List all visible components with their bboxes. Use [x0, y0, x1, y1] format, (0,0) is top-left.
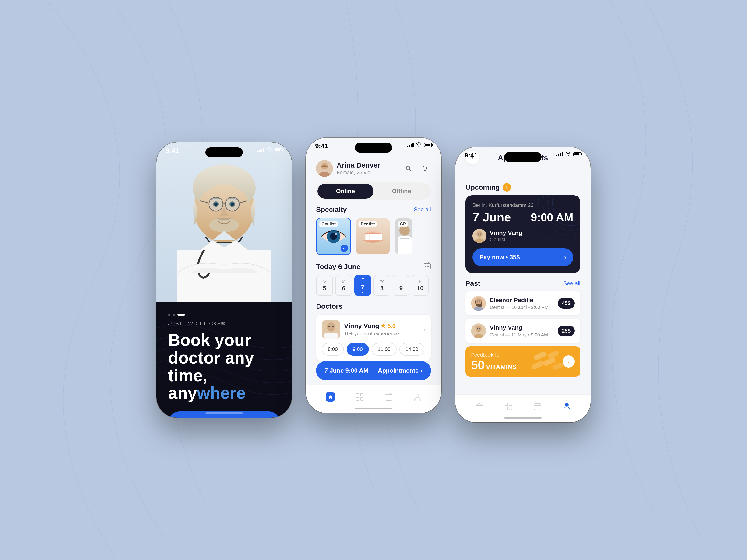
svg-rect-82 — [505, 403, 508, 405]
time-slots: 8:00 9:00 11:00 14:00 — [322, 343, 425, 355]
day-item-t7-active[interactable]: T 7 — [354, 275, 371, 296]
doctor-arrow[interactable]: › — [423, 326, 425, 333]
specialty-card-oculist[interactable]: Oculist ✓ — [316, 218, 351, 255]
svg-point-41 — [328, 326, 330, 327]
time-slot-800[interactable]: 8:00 — [322, 343, 344, 355]
doctors-section: Vinny Vang ★ 5.0 10+ years of experience… — [306, 315, 441, 361]
day-letter: M — [342, 279, 345, 284]
doctor-card-header: Vinny Vang ★ 5.0 10+ years of experience… — [322, 320, 425, 339]
vitamin-arrow-button[interactable]: › — [563, 355, 575, 368]
svg-rect-35 — [425, 266, 426, 267]
specialty-header: Specialty See all — [306, 206, 441, 213]
svg-point-10 — [214, 203, 217, 206]
day-item-f10[interactable]: F 10 — [412, 275, 429, 296]
signal-bar — [257, 151, 259, 152]
doctor-name-vinny: Vinny Vang ★ 5.0 — [344, 322, 423, 330]
svg-rect-26 — [365, 234, 369, 240]
book-arrow: › — [420, 367, 422, 374]
status-time-2: 9:41 — [315, 142, 328, 150]
battery-tip-1 — [282, 149, 283, 151]
home-indicator-2 — [355, 408, 392, 409]
svg-point-70 — [477, 328, 478, 329]
day-item-t9[interactable]: T 9 — [393, 275, 409, 296]
day-item-w8[interactable]: W 8 — [374, 275, 390, 296]
home-indicator-1 — [205, 412, 243, 414]
svg-rect-76 — [531, 360, 545, 370]
nav-grid-3[interactable] — [505, 402, 512, 410]
svg-rect-32 — [397, 236, 412, 255]
day-number: 5 — [323, 285, 326, 292]
day-letter: T — [362, 278, 364, 283]
appointments-label: Appointments — [378, 367, 419, 374]
day-item-s5[interactable]: S 5 — [316, 275, 333, 296]
doctors-title: Doctors — [316, 302, 342, 310]
user-subtitle: Female, 25 y.o — [337, 170, 403, 176]
battery-icon-1 — [275, 148, 282, 152]
notification-icon-button[interactable] — [419, 162, 431, 175]
doctor-experience: 10+ years of experience — [344, 331, 423, 337]
svg-rect-49 — [385, 394, 392, 400]
upcoming-doctor-avatar — [472, 229, 487, 243]
svg-point-50 — [416, 394, 419, 397]
signal-bar — [412, 143, 414, 147]
svg-rect-45 — [356, 393, 359, 396]
svg-point-51 — [552, 195, 580, 221]
svg-rect-37 — [428, 266, 429, 267]
phone-3: 9:41 — [455, 147, 591, 422]
signal-bars-2 — [407, 143, 414, 147]
user-name: Arina Denver — [337, 161, 403, 169]
book-datetime: 7 June 9:00 AM — [325, 367, 368, 374]
specialty-card-gp[interactable]: GP — [394, 218, 413, 255]
day-letter: S — [323, 279, 326, 284]
nav-home-3[interactable] — [475, 402, 483, 410]
signal-bar — [411, 144, 412, 147]
signal-bar — [560, 153, 561, 156]
nav-person-3[interactable] — [563, 402, 571, 410]
nav-home-2[interactable] — [326, 392, 335, 402]
svg-rect-29 — [379, 234, 382, 240]
offline-option[interactable]: Offline — [374, 184, 430, 198]
specialty-see-all[interactable]: See all — [414, 206, 431, 213]
svg-rect-47 — [356, 398, 359, 400]
signal-bars-1 — [257, 148, 264, 152]
battery-tip-2 — [432, 144, 433, 146]
nav-calendar-2[interactable] — [385, 393, 393, 401]
vitamin-banner: Feedback for 50 VITAMINS › — [465, 346, 580, 377]
online-option[interactable]: Online — [317, 184, 374, 198]
time-slot-900-active[interactable]: 9:00 — [347, 343, 369, 355]
book-appointment-button[interactable]: 7 June 9:00 AM Appointments › — [316, 361, 431, 380]
doctor-info-vinny: Vinny Vang ★ 5.0 10+ years of experience — [344, 322, 423, 337]
day-item-m6[interactable]: M 6 — [335, 275, 352, 296]
doctors-section-header: Doctors — [306, 302, 441, 310]
battery-fill-1 — [276, 149, 280, 151]
signal-bar — [259, 150, 260, 152]
nav-grid-2[interactable] — [356, 393, 364, 401]
time-slot-1400[interactable]: 14:00 — [400, 343, 424, 355]
nav-calendar-3[interactable] — [534, 402, 542, 410]
pay-now-button[interactable]: Pay now • 35$ › — [472, 248, 573, 266]
svg-rect-74 — [533, 351, 547, 361]
past-price-eleanor: 45$ — [558, 298, 575, 309]
pay-arrow: › — [564, 254, 566, 261]
nav-person-2[interactable] — [413, 393, 421, 401]
past-doctor-info-eleanor: Eleanor Padilla Dentist — 16 april • 2:0… — [490, 297, 558, 310]
past-see-all[interactable]: See all — [563, 280, 580, 287]
search-icon-button[interactable] — [403, 162, 415, 175]
svg-rect-44 — [325, 333, 338, 339]
specialty-title: Specialty — [316, 206, 347, 213]
wifi-icon-2 — [416, 142, 421, 148]
doctor-card-vinny: Vinny Vang ★ 5.0 10+ years of experience… — [316, 315, 431, 361]
signal-bar — [562, 152, 563, 156]
svg-rect-48 — [360, 398, 363, 400]
past-header: Past See all — [455, 279, 591, 288]
time-slot-1100[interactable]: 11:00 — [371, 343, 396, 355]
day-number: 7 — [361, 284, 364, 291]
svg-point-59 — [480, 234, 481, 235]
battery-fill-3 — [574, 153, 579, 155]
calendar-icon-button[interactable] — [423, 262, 431, 271]
day-letter: T — [400, 279, 403, 284]
online-offline-toggle[interactable]: Online Offline — [316, 183, 431, 200]
specialty-card-dentist[interactable]: Dentist — [355, 218, 390, 255]
day-letter: W — [380, 279, 384, 284]
day-letter: F — [419, 279, 421, 284]
